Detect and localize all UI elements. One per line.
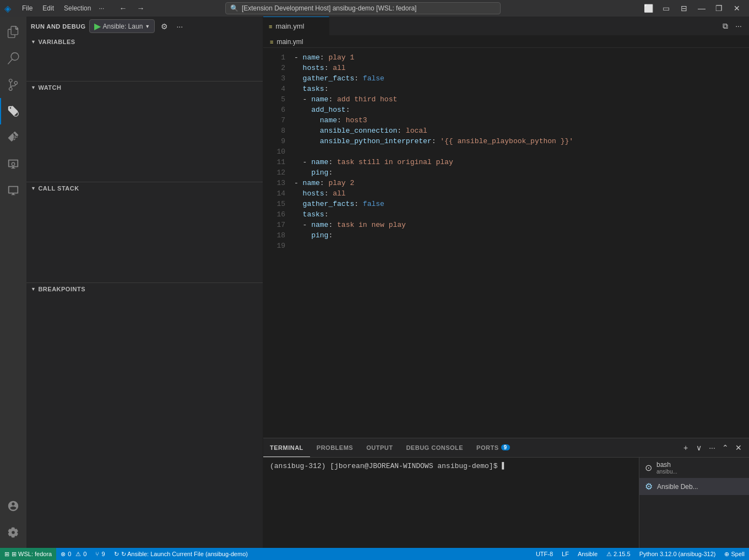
maximize-button[interactable]: ❐ xyxy=(712,3,727,14)
activity-accounts[interactable] xyxy=(0,493,26,519)
debug-more-button[interactable]: ··· xyxy=(173,20,186,32)
activity-run-debug[interactable] xyxy=(0,98,26,124)
terminal-split-button[interactable]: ∨ xyxy=(693,442,705,454)
line-number-13: 13 xyxy=(263,178,285,188)
line-content-2: hosts: all xyxy=(294,63,740,73)
title-search[interactable]: 🔍 [Extension Development Host] ansibug-d… xyxy=(225,2,501,14)
menu-selection[interactable]: Selection xyxy=(59,3,95,13)
bash-terminal-label: bash ansibu... xyxy=(656,461,677,475)
callstack-section-header[interactable]: ▼ CALL STACK xyxy=(26,182,263,194)
encoding-text: UTF-8 xyxy=(536,551,553,557)
more-actions-button[interactable]: ··· xyxy=(732,20,745,32)
activity-source-control[interactable] xyxy=(0,72,26,98)
activity-explorer[interactable] xyxy=(0,19,26,45)
code-line-13: 13- name: play 2 xyxy=(263,178,749,188)
terminal-maximize-button[interactable]: ⌃ xyxy=(719,442,731,454)
remote-text: ⊞ WSL: fedora xyxy=(12,551,52,558)
menu-file[interactable]: File xyxy=(18,3,37,13)
nav-forward-button[interactable]: → xyxy=(133,3,148,14)
terminal-instance-bash[interactable]: ⊙ bash ansibu... xyxy=(639,458,749,478)
terminal-more-button[interactable]: ··· xyxy=(706,442,718,454)
status-version[interactable]: ⚠ 2.15.5 xyxy=(602,551,635,558)
status-debug[interactable]: ↻ ↻ Ansible: Launch Current File (ansibu… xyxy=(110,548,252,560)
ports-icon: ⑂ xyxy=(95,551,99,557)
line-number-12: 12 xyxy=(263,167,285,178)
menu-edit[interactable]: Edit xyxy=(38,3,58,13)
terminal-tab-ports[interactable]: PORTS 9 xyxy=(470,438,516,457)
bash-label-text: bash xyxy=(656,461,677,469)
remote-icon: ⊞ xyxy=(4,551,9,558)
line-content-14: hosts: all xyxy=(294,188,740,199)
code-line-3: 3 gather_facts: false xyxy=(263,73,749,84)
breakpoints-section-header[interactable]: ▼ BREAKPOINTS xyxy=(26,283,263,295)
code-line-16: 16 tasks: xyxy=(263,209,749,220)
terminal-tab-output[interactable]: OUTPUT xyxy=(360,438,399,457)
terminal-tab-terminal[interactable]: TERMINAL xyxy=(263,438,310,457)
line-content-18: ping: xyxy=(294,230,740,241)
activity-remote-explorer[interactable] xyxy=(0,151,26,177)
debug-gear-button[interactable]: ⚙ xyxy=(158,20,170,32)
code-line-4: 4 tasks: xyxy=(263,84,749,94)
warning-icon: ⚠ xyxy=(75,551,81,558)
tab-bar: ≡ main.yml ✕ ⧉ ··· xyxy=(263,17,749,36)
split-editor-button[interactable]: ⧉ xyxy=(719,20,731,32)
tab-main-yml[interactable]: ≡ main.yml ✕ xyxy=(263,17,329,35)
svg-point-1 xyxy=(12,162,15,166)
status-errors[interactable]: ⊗ 0 ⚠ 0 xyxy=(56,548,91,560)
watch-section-header[interactable]: ▼ WATCH xyxy=(26,81,263,94)
terminal-close-button[interactable]: ✕ xyxy=(732,442,745,454)
minimize-button[interactable]: — xyxy=(694,3,709,14)
ports-badge: 9 xyxy=(501,444,510,450)
new-terminal-button[interactable]: + xyxy=(680,442,692,454)
line-content-17: - name: task in new play xyxy=(294,220,740,230)
panel-button[interactable]: ▭ xyxy=(659,3,674,14)
activity-search[interactable] xyxy=(0,45,26,72)
debug-config-selector[interactable]: ▶ Ansible: Laun ▼ xyxy=(89,19,155,33)
status-language[interactable]: Ansible xyxy=(573,551,602,557)
titlebar: ◈ File Edit Selection ··· ← → 🔍 [Extensi… xyxy=(0,0,749,17)
status-python[interactable]: Python 3.12.0 (ansibug-312) xyxy=(635,551,720,557)
terminal-prompt: (ansibug-312) [jborean@JBOREAN-WINDOWS a… xyxy=(270,462,506,470)
line-content-11: - name: task still in original play xyxy=(294,157,740,167)
nav-back-button[interactable]: ← xyxy=(115,3,131,14)
terminal-tab-problems[interactable]: PROBLEMS xyxy=(310,438,360,457)
terminal-instance-ansible[interactable]: ⚙ Ansible Deb... xyxy=(639,478,749,495)
close-button[interactable]: ✕ xyxy=(729,3,745,14)
sidebar-layout-button[interactable]: ⊟ xyxy=(676,3,692,14)
menu-more[interactable]: ··· xyxy=(96,3,106,13)
search-icon: 🔍 xyxy=(230,4,238,12)
watch-content xyxy=(26,94,263,182)
version-text: ⚠ 2.15.5 xyxy=(606,551,631,558)
terminal-panel: TERMINAL PROBLEMS OUTPUT DEBUG CONSOLE P… xyxy=(263,438,749,548)
code-editor[interactable]: 1- name: play 12 hosts: all3 gather_fact… xyxy=(263,48,749,438)
status-eol[interactable]: LF xyxy=(557,551,573,557)
line-number-8: 8 xyxy=(263,126,285,136)
line-number-18: 18 xyxy=(263,230,285,241)
terminal-main[interactable]: (ansibug-312) [jborean@JBOREAN-WINDOWS a… xyxy=(263,458,639,548)
line-content-3: gather_facts: false xyxy=(294,73,740,84)
line-number-1: 1 xyxy=(263,52,285,63)
line-number-17: 17 xyxy=(263,220,285,230)
status-ports[interactable]: ⑂ 9 xyxy=(91,548,109,560)
activity-extensions[interactable] xyxy=(0,124,26,151)
activity-settings[interactable] xyxy=(0,519,26,546)
status-spell[interactable]: ⊕ Spell xyxy=(720,551,749,558)
status-bar: ⊞ ⊞ WSL: fedora ⊗ 0 ⚠ 0 ⑂ 9 ↻ ↻ Ansible:… xyxy=(0,548,749,560)
activity-testing[interactable] xyxy=(0,177,26,204)
code-line-12: 12 ping: xyxy=(263,167,749,178)
line-content-19 xyxy=(294,241,740,251)
run-debug-title: RUN AND DEBUG xyxy=(31,23,86,30)
status-remote[interactable]: ⊞ ⊞ WSL: fedora xyxy=(0,548,56,560)
ansible-label-text: Ansible Deb... xyxy=(657,483,698,491)
layout-button[interactable]: ⬜ xyxy=(641,3,656,14)
breakpoints-chevron: ▼ xyxy=(31,286,36,292)
code-line-5: 5 - name: add third host xyxy=(263,94,749,105)
activity-bar xyxy=(0,17,26,548)
variables-section-header[interactable]: ▼ VARIABLES xyxy=(26,36,263,48)
variables-label: VARIABLES xyxy=(38,39,75,45)
terminal-tab-debug-console[interactable]: DEBUG CONSOLE xyxy=(399,438,470,457)
status-encoding[interactable]: UTF-8 xyxy=(531,551,557,557)
line-number-16: 16 xyxy=(263,209,285,220)
eol-text: LF xyxy=(562,551,569,557)
line-number-11: 11 xyxy=(263,157,285,167)
